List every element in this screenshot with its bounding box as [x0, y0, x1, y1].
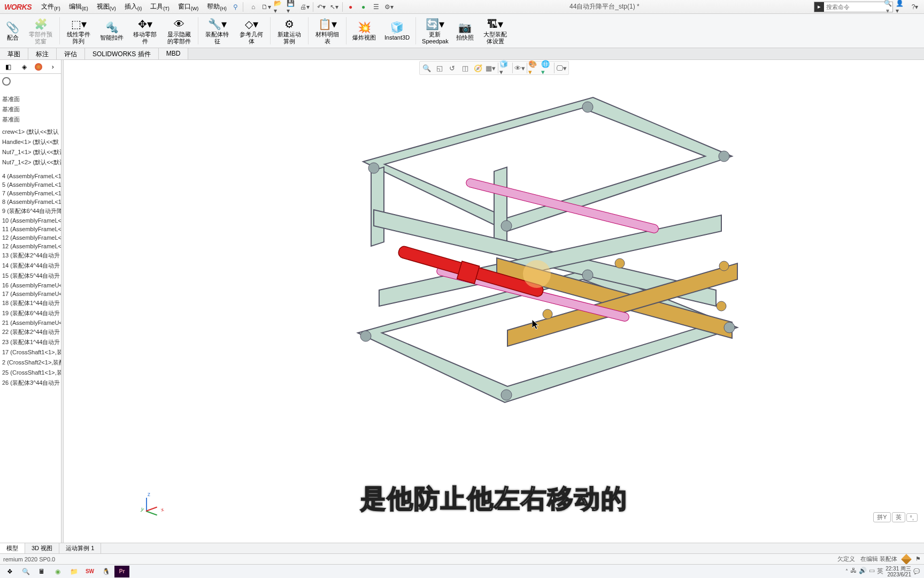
- fm-tab-more[interactable]: ›: [47, 61, 59, 73]
- task-browser-icon[interactable]: ◉: [50, 566, 65, 577]
- fm-tab-design-tree[interactable]: ◧: [2, 61, 14, 73]
- ribbon-large-assembly[interactable]: 🏗▾大型装配体设置: [479, 15, 512, 47]
- tree-item[interactable]: 26 (装配体3^44自动升: [0, 378, 61, 388]
- tree-item[interactable]: 22 (装配体2^44自动升: [0, 327, 61, 337]
- tray-ime-icon[interactable]: 英: [877, 567, 883, 576]
- tree-item[interactable]: 21 (AssemblyFrameU<: [0, 318, 61, 327]
- task-explorer-icon[interactable]: 📁: [66, 566, 81, 577]
- ribbon-mate[interactable]: 📎配合: [2, 15, 23, 47]
- new-icon[interactable]: 🗋▾: [260, 1, 272, 13]
- fm-tab-config[interactable]: [35, 63, 42, 71]
- tray-volume-icon[interactable]: 🔊: [859, 567, 867, 576]
- menu-file[interactable]: 文件(F): [38, 1, 64, 12]
- tray-chevron-icon[interactable]: ˄: [845, 568, 848, 574]
- menu-tools[interactable]: 工具(T): [147, 1, 173, 12]
- edit-sketch-icon[interactable]: [901, 554, 912, 565]
- print-icon[interactable]: 🖨▾: [299, 1, 311, 13]
- pin-icon[interactable]: ⚲: [230, 1, 242, 13]
- tray-battery-icon[interactable]: ▭: [869, 567, 875, 576]
- tree-item[interactable]: 9 (装配体6^44自动升降: [0, 206, 61, 216]
- tray-icons[interactable]: 🖧 🔊 ▭ 英: [850, 567, 883, 576]
- view-orientation-icon[interactable]: 🧭: [472, 63, 484, 73]
- status-flag-icon[interactable]: ⚑: [915, 556, 921, 562]
- zoom-fit-icon[interactable]: 🔍: [421, 63, 433, 73]
- tree-item[interactable]: 19 (装配体6^44自动升: [0, 308, 61, 318]
- display-style-icon[interactable]: ▦▾: [485, 63, 497, 73]
- ribbon-show-hidden[interactable]: 👁显示隐藏的零部件: [163, 15, 196, 47]
- tree-item[interactable]: 25 (CrossShaft1<1>,装: [0, 368, 61, 378]
- tree-item[interactable]: 8 (AssemblyFrameL<1: [0, 197, 61, 206]
- tree-item[interactable]: 23 (装配体1^44自动升: [0, 337, 61, 347]
- command-search[interactable]: ▸ 🔍▾: [814, 2, 893, 12]
- tree-item[interactable]: 7 (AssemblyFrameL<1: [0, 189, 61, 197]
- feature-tree[interactable]: 基准面基准面基准面crew<1> (默认<<默认Handle<1> (默认<<默…: [0, 74, 61, 553]
- menu-view[interactable]: 视图(V): [94, 1, 119, 12]
- tree-item[interactable]: 4 (AssemblyFrameL<1: [0, 172, 61, 180]
- previous-view-icon[interactable]: ↺: [446, 63, 458, 73]
- motion-tab-study1[interactable]: 运动算例 1: [59, 543, 101, 553]
- ribbon-new-motion[interactable]: ⚙新建运动算例: [273, 15, 306, 47]
- tree-item[interactable]: 2 (CrossShaft2<1>,装配: [0, 358, 61, 368]
- tree-item[interactable]: 15 (装配体5^44自动升: [0, 271, 61, 281]
- tree-item[interactable]: 18 (装配体1^44自动升: [0, 298, 61, 308]
- tab-sketch[interactable]: 草图: [0, 48, 28, 59]
- tree-item[interactable]: 13 (装配体2^44自动升: [0, 250, 61, 261]
- tree-item[interactable]: 14 (装配体4^44自动升: [0, 261, 61, 271]
- rebuild2-icon[interactable]: ●: [358, 1, 369, 13]
- select-icon[interactable]: ↖▾: [328, 1, 340, 13]
- options-icon[interactable]: ☰: [371, 1, 382, 13]
- tree-item[interactable]: 基准面: [0, 104, 61, 115]
- tree-item[interactable]: 16 (AssemblyFrameU<: [0, 281, 61, 290]
- settings-icon[interactable]: ⚙▾: [383, 1, 395, 13]
- start-button[interactable]: ❖: [2, 566, 17, 577]
- home-icon[interactable]: ⌂: [248, 1, 259, 13]
- tree-item[interactable]: 17 (AssemblyFrameU<: [0, 290, 61, 298]
- save-icon[interactable]: 💾▾: [286, 1, 298, 13]
- apply-scene-icon[interactable]: 🎨▾: [528, 63, 540, 73]
- tree-item[interactable]: 17 (CrossShaft1<1>,装: [0, 347, 61, 358]
- history-icon[interactable]: [2, 77, 11, 86]
- ribbon-update-speedpak[interactable]: 🔄▾更新Speedpak: [418, 15, 451, 47]
- task-solidworks-icon[interactable]: SW: [82, 566, 97, 577]
- tree-item[interactable]: Nut7_1<1> (默认<<默认: [0, 147, 61, 157]
- task-search-icon[interactable]: 🔍: [18, 566, 33, 577]
- tray-network-icon[interactable]: 🖧: [850, 567, 857, 576]
- edit-appearance-icon[interactable]: 👁▾: [514, 63, 526, 73]
- search-go-icon[interactable]: 🔍▾: [883, 0, 892, 14]
- ime-indicator[interactable]: 拼Y英°,: [873, 512, 918, 522]
- zoom-area-icon[interactable]: ◱: [434, 63, 445, 73]
- menu-insert[interactable]: 插入(I): [121, 1, 145, 12]
- tree-item[interactable]: Nut7_1<2> (默认<<默认: [0, 157, 61, 168]
- tree-item[interactable]: crew<1> (默认<<默认: [0, 127, 61, 137]
- ribbon-linear-pattern[interactable]: ⬚▾线性零件阵列: [62, 15, 95, 47]
- ribbon-bom[interactable]: 📋▾材料明细表: [311, 15, 344, 47]
- orientation-triad[interactable]: [138, 495, 160, 516]
- hide-show-items-icon[interactable]: 🧊▾: [499, 63, 511, 73]
- tab-plugins[interactable]: SOLIDWORKS 插件: [85, 48, 159, 59]
- menu-help[interactable]: 帮助(H): [204, 1, 230, 12]
- menu-edit[interactable]: 编辑(E): [66, 1, 91, 12]
- motion-tab-model[interactable]: 模型: [0, 543, 25, 553]
- tray-clock[interactable]: 22:31 周三2023/6/21: [886, 566, 911, 577]
- tree-item[interactable]: 5 (AssemblyFrameL<1: [0, 180, 61, 189]
- tab-mbd[interactable]: MBD: [159, 48, 189, 59]
- ribbon-assembly-features[interactable]: 🔧▾装配体特征: [201, 15, 234, 47]
- ribbon-instant3d[interactable]: 🧊Instant3D: [381, 15, 413, 47]
- motion-tab-3dview[interactable]: 3D 视图: [25, 543, 59, 553]
- tree-item[interactable]: 11 (AssemblyFrameL<: [0, 225, 61, 233]
- open-icon[interactable]: 📂▾: [273, 1, 285, 13]
- task-qq-icon[interactable]: 🐧: [98, 566, 113, 577]
- tab-evaluate[interactable]: 评估: [57, 48, 85, 59]
- ribbon-exploded-view[interactable]: 💥爆炸视图: [349, 15, 380, 47]
- help-icon[interactable]: ?▾: [909, 1, 921, 13]
- rebuild-icon[interactable]: ●: [345, 1, 357, 13]
- tree-item[interactable]: 10 (AssemblyFrameL<: [0, 216, 61, 225]
- search-input[interactable]: [824, 4, 883, 10]
- task-calc-icon[interactable]: 🖩: [34, 566, 49, 577]
- tree-item[interactable]: 基准面: [0, 115, 61, 125]
- tree-item[interactable]: 12 (AssemblyFrameL<: [0, 233, 61, 242]
- view-settings-icon[interactable]: 🌐▾: [541, 63, 553, 73]
- ribbon-snapshot[interactable]: 📷拍快照: [452, 15, 478, 47]
- user-icon[interactable]: 👤▾: [895, 1, 907, 13]
- tree-item[interactable]: 12 (AssemblyFrameL<: [0, 242, 61, 250]
